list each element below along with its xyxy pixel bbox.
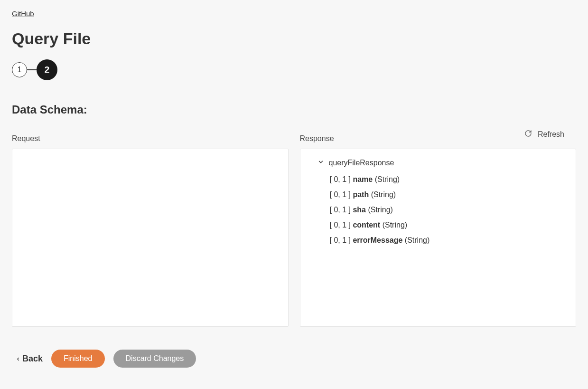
finished-button[interactable]: Finished: [51, 350, 104, 368]
response-panel-column: Response queryFileResponse [ 0, 1 ] nam: [300, 134, 577, 327]
tree-field-name[interactable]: [ 0, 1 ] name (String): [330, 172, 567, 187]
tree-field-sha[interactable]: [ 0, 1 ] sha (String): [330, 202, 567, 218]
breadcrumb-github[interactable]: GitHub: [12, 9, 34, 18]
chevron-left-icon: [16, 354, 20, 364]
step-2[interactable]: 2: [37, 59, 57, 80]
tree-children: [ 0, 1 ] name (String) [ 0, 1 ] path (St…: [317, 172, 567, 248]
request-panel-column: Request: [12, 134, 289, 327]
tree-root-label: queryFileResponse: [329, 159, 394, 167]
tree-field-path[interactable]: [ 0, 1 ] path (String): [330, 187, 567, 202]
chevron-down-icon: [317, 159, 324, 167]
field-cardinality: [ 0, 1 ]: [330, 190, 351, 199]
field-name-label: path: [353, 190, 369, 199]
response-label: Response: [300, 134, 577, 143]
field-name-label: sha: [353, 206, 366, 214]
page-title: Query File: [12, 29, 576, 48]
field-name-label: errorMessage: [353, 236, 402, 244]
back-button[interactable]: Back: [16, 354, 43, 364]
stepper: 1 2: [12, 59, 576, 80]
step-1[interactable]: 1: [12, 62, 27, 77]
discard-changes-button[interactable]: Discard Changes: [113, 350, 196, 368]
field-type-label: (String): [405, 236, 429, 244]
tree-root-queryfileresponse[interactable]: queryFileResponse: [317, 159, 567, 167]
field-cardinality: [ 0, 1 ]: [330, 236, 351, 244]
request-label: Request: [12, 134, 289, 143]
field-type-label: (String): [371, 190, 396, 199]
field-cardinality: [ 0, 1 ]: [330, 206, 351, 214]
section-title-data-schema: Data Schema:: [12, 103, 576, 116]
footer-actions: Back Finished Discard Changes: [12, 350, 576, 368]
field-type-label: (String): [368, 206, 392, 214]
response-panel[interactable]: queryFileResponse [ 0, 1 ] name (String)…: [300, 149, 577, 327]
field-cardinality: [ 0, 1 ]: [330, 175, 351, 183]
request-panel[interactable]: [12, 149, 289, 327]
tree-field-errormessage[interactable]: [ 0, 1 ] errorMessage (String): [330, 233, 567, 248]
field-cardinality: [ 0, 1 ]: [330, 221, 351, 229]
field-name-label: name: [353, 175, 373, 183]
field-type-label: (String): [383, 221, 407, 229]
field-type-label: (String): [375, 175, 400, 183]
tree-field-content[interactable]: [ 0, 1 ] content (String): [330, 218, 567, 233]
field-name-label: content: [353, 221, 380, 229]
back-label: Back: [22, 354, 43, 364]
schema-tree: queryFileResponse [ 0, 1 ] name (String)…: [300, 149, 576, 257]
schema-panels: Request Response queryFileResponse [ 0, …: [12, 134, 576, 327]
step-connector: [27, 69, 37, 70]
